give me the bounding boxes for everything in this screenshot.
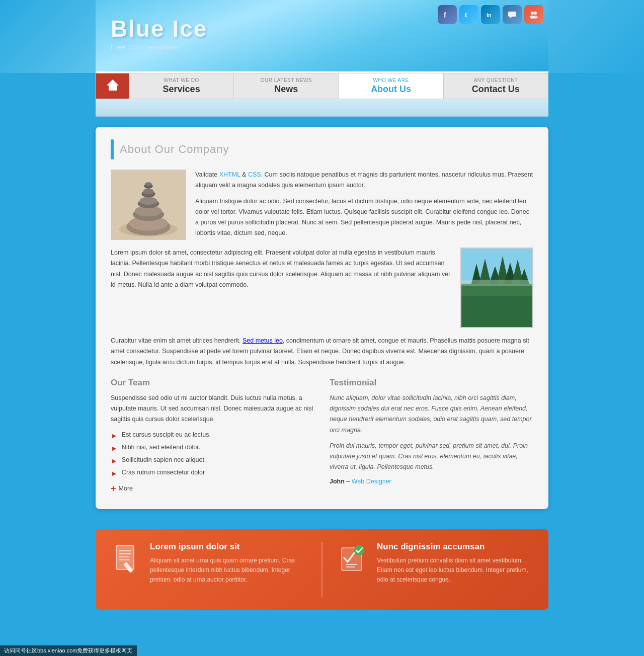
nav-services-main: Services [163, 84, 200, 95]
testimonial-text-1: Nunc aliquam, dolor vitae sollicitudin l… [330, 393, 533, 436]
site-subtitle: Free CSS Templates [111, 43, 548, 51]
footer-col-1-text: Aliquam sit amet urna quis quam ornare p… [150, 556, 306, 585]
nav-news[interactable]: OUR LATEST NEWS News [233, 73, 338, 99]
svg-point-18 [139, 197, 157, 205]
xhtml-link[interactable]: XHTML [219, 171, 240, 178]
author-dash: – [346, 478, 351, 485]
svg-marker-4 [510, 17, 512, 19]
svg-rect-32 [461, 280, 533, 287]
facebook-icon[interactable]: f [438, 5, 457, 24]
content-text-top: Validate XHTML & CSS. Cum sociis natoque… [195, 170, 533, 240]
nav-services-sub: WHAT WE DO [164, 77, 199, 83]
nav-outer: WHAT WE DO Services OUR LATEST NEWS News… [0, 73, 644, 99]
team-section: Our Team Suspendisse sed odio ut mi auct… [111, 378, 314, 494]
team-text: Suspendisse sed odio ut mi auctor blandi… [111, 393, 314, 425]
para3-pre: Curabitur vitae enim sit amet ultrices h… [111, 337, 243, 344]
testimonial-author: John – Web Designer [330, 478, 533, 485]
svg-point-22 [145, 182, 152, 186]
twitter-icon[interactable]: t [459, 5, 478, 24]
stones-image [111, 170, 186, 240]
more-link[interactable]: + More [111, 483, 314, 494]
nav-about-main: About Us [371, 84, 411, 95]
list-item: ► Sollicitudin sapien nec aliquet. [111, 456, 314, 465]
nav-home-button[interactable] [96, 73, 129, 99]
more-plus-icon: + [111, 483, 116, 494]
list-arrow-1: ► [111, 432, 118, 440]
list-item: ► Est cursus suscipit eu ac lectus. [111, 431, 314, 440]
sed-metus-link[interactable]: Sed metus leo [243, 337, 283, 344]
content-bottom: Curabitur vitae enim sit amet ultrices h… [111, 336, 533, 368]
svg-rect-37 [119, 553, 131, 554]
css-link[interactable]: CSS [248, 171, 261, 178]
footer-divider [321, 542, 323, 597]
nav-contact[interactable]: ANY QUESTION? Contact Us [443, 73, 548, 99]
content-top: Validate XHTML & CSS. Cum sociis natoque… [111, 170, 533, 240]
svg-rect-3 [508, 12, 516, 17]
list-arrow-4: ► [111, 469, 118, 477]
page-wrapper: f t in [0, 0, 644, 656]
validate-text: Validate [195, 171, 219, 178]
list-arrow-3: ► [111, 457, 118, 465]
svg-point-5 [531, 12, 534, 15]
svg-rect-34 [461, 286, 533, 296]
main-outer: About Our Company [0, 117, 644, 519]
list-text-1: Est cursus suscipit eu ac lectus. [122, 431, 211, 438]
page-title: About Our Company [120, 143, 229, 156]
svg-point-6 [534, 12, 537, 15]
social-icons: f t in [438, 5, 543, 24]
nav-news-main: News [274, 84, 298, 95]
footer-col-2-text: Vestibulum pretium convallis diam sit am… [377, 556, 533, 585]
list-arrow-2: ► [111, 444, 118, 452]
linkedin-icon[interactable]: in [481, 5, 500, 24]
content-text-middle: Lorem ipsum dolor sit amet, consectetur … [111, 248, 451, 328]
testimonial-section: Testimonial Nunc aliquam, dolor vitae so… [330, 378, 533, 494]
home-icon [106, 77, 120, 95]
forest-image [460, 248, 533, 328]
nav-bar: WHAT WE DO Services OUR LATEST NEWS News… [96, 73, 548, 99]
svg-point-20 [143, 189, 153, 195]
footer-col-2-content: Nunc dignissim accumsan Vestibulum preti… [377, 542, 533, 585]
footer-outer: Lorem ipsum dolor sit Aliquam sit amet u… [0, 519, 644, 610]
nav-services[interactable]: WHAT WE DO Services [129, 73, 233, 99]
friends-icon[interactable] [524, 5, 543, 24]
footer-inner: Lorem ipsum dolor sit Aliquam sit amet u… [96, 529, 548, 610]
footer-col-1: Lorem ipsum dolor sit Aliquam sit amet u… [111, 542, 306, 597]
sub-header-band [96, 99, 548, 117]
author-role-link[interactable]: Web Designer [352, 478, 391, 485]
main-content: About Our Company [96, 127, 548, 509]
amp-text: & [240, 171, 248, 178]
nav-news-sub: OUR LATEST NEWS [261, 77, 312, 83]
watermark: 访问同号社区bbs.xieniao.com免费获得更多模板网页 [0, 645, 137, 656]
nav-contact-main: Contact Us [472, 84, 520, 95]
svg-text:t: t [465, 11, 467, 19]
more-label: More [119, 485, 133, 492]
nav-about[interactable]: WHO WE ARE About Us [339, 73, 443, 99]
list-text-4: Cras rutrum consectetur dolor [122, 469, 205, 476]
svg-rect-39 [119, 559, 130, 560]
list-item: ► Nibh nisi, sed eleifend dolor. [111, 444, 314, 452]
para1: Aliquam tristique dolor ac odio. Sed con… [195, 196, 533, 239]
two-columns: Our Team Suspendisse sed odio ut mi auct… [111, 378, 533, 494]
nav-contact-sub: ANY QUESTION? [474, 77, 518, 83]
svg-rect-43 [346, 566, 355, 567]
svg-rect-38 [119, 556, 129, 557]
testimonial-text-2: Proin dui mauris, tempor eget, pulvinar … [330, 441, 533, 473]
footer-col-2-title: Nunc dignissim accumsan [377, 542, 533, 552]
svg-rect-36 [119, 550, 131, 551]
testimonial-heading: Testimonial [330, 378, 533, 388]
nav-about-sub: WHO WE ARE [373, 77, 409, 83]
footer-col-1-title: Lorem ipsum dolor sit [150, 542, 306, 552]
svg-rect-42 [346, 564, 357, 565]
footer-col-2: Nunc dignissim accumsan Vestibulum preti… [338, 542, 533, 597]
team-heading: Our Team [111, 378, 314, 388]
list-item: ► Cras rutrum consectetur dolor [111, 469, 314, 477]
header-inner: f t in [96, 0, 548, 73]
footer-icon-1-box [111, 542, 141, 577]
para2: Lorem ipsum dolor sit amet, consectetur … [111, 248, 451, 290]
message-icon[interactable] [503, 5, 522, 24]
list-text-3: Sollicitudin sapien nec aliquet. [122, 456, 206, 463]
svg-text:in: in [487, 12, 492, 18]
footer-icon-2-box [338, 542, 368, 577]
author-name: John [330, 478, 345, 485]
footer-col-1-content: Lorem ipsum dolor sit Aliquam sit amet u… [150, 542, 306, 585]
